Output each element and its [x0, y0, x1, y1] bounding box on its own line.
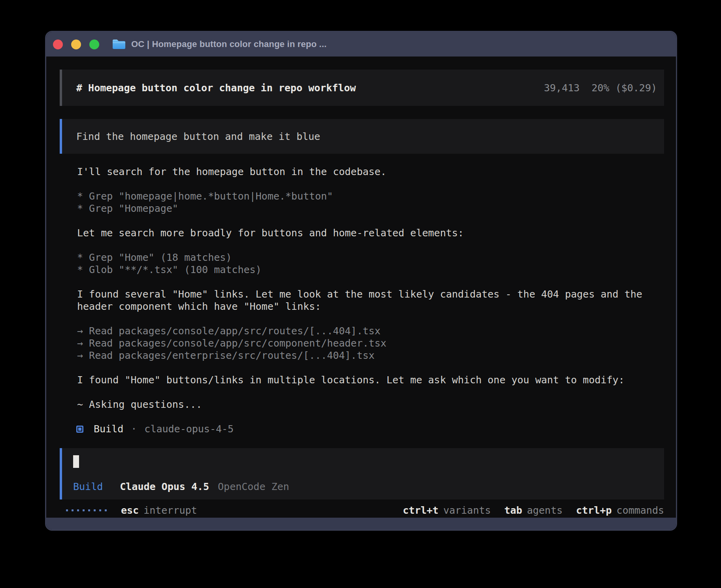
folder-icon: [112, 39, 126, 50]
minimize-button[interactable]: [71, 40, 81, 49]
spinner-dots-icon: [66, 509, 107, 511]
transcript-line: I'll search for the homepage button in t…: [77, 166, 664, 178]
shortcut-label: agents: [527, 504, 562, 516]
shortcut-key: esc: [121, 504, 139, 516]
user-message: Find the homepage button and make it blu…: [60, 119, 664, 154]
shortcut-label: interrupt: [143, 504, 197, 516]
desktop: OC | Homepage button color change in rep…: [0, 0, 721, 588]
window-titlebar[interactable]: OC | Homepage button color change in rep…: [46, 32, 676, 57]
transcript-blank-line: [77, 386, 664, 398]
agent-square-icon: [76, 426, 83, 433]
shortcut-hint: escinterrupt: [121, 504, 197, 516]
transcript-line: ~ Asking questions...: [77, 398, 664, 411]
transcript-blank-line: [77, 313, 664, 325]
transcript-blank-line: [77, 362, 664, 374]
model-row: Build Claude Opus 4.5 OpenCode Zen: [73, 481, 654, 493]
window-title: OC | Homepage button color change in rep…: [131, 39, 327, 49]
shortcut-key: ctrl+p: [576, 504, 612, 516]
shortcut-label: commands: [617, 504, 664, 516]
prompt-input[interactable]: Build Claude Opus 4.5 OpenCode Zen: [60, 448, 664, 499]
transcript-line: * Grep "homepage|home.*button|Home.*butt…: [77, 190, 664, 202]
agent-model: claude-opus-4-5: [144, 423, 234, 435]
terminal-window: OC | Homepage button color change in rep…: [45, 31, 677, 531]
transcript-line: I found "Home" buttons/links in multiple…: [77, 374, 664, 386]
shortcuts-right: ctrl+tvariantstabagentsctrl+pcommands: [403, 504, 664, 516]
user-message-text: Find the homepage button and make it blu…: [76, 130, 320, 143]
transcript-line: I found several "Home" links. Let me loo…: [77, 288, 664, 300]
session-title: # Homepage button color change in repo w…: [76, 82, 356, 94]
agent-status-line: Build · claude-opus-4-5: [60, 423, 664, 435]
transcript-line: * Grep "Homepage": [77, 202, 664, 215]
transcript-blank-line: [77, 215, 664, 227]
input-provider-label: OpenCode Zen: [218, 481, 289, 493]
agent-separator: ·: [131, 423, 137, 435]
transcript-line: * Glob "**/*.tsx" (100 matches): [77, 264, 664, 276]
transcript: I'll search for the homepage button in t…: [60, 166, 664, 423]
transcript-line: → Read packages/console/app/src/componen…: [77, 337, 664, 349]
shortcut-label: variants: [443, 504, 491, 516]
transcript-line: → Read packages/enterprise/src/routes/[.…: [77, 349, 664, 362]
input-agent-label: Build: [73, 481, 103, 493]
shortcut-key: tab: [504, 504, 522, 516]
close-button[interactable]: [53, 40, 63, 49]
transcript-line: Let me search more broadly for buttons a…: [77, 227, 664, 239]
transcript-blank-line: [77, 178, 664, 190]
transcript-blank-line: [77, 276, 664, 288]
terminal-content: # Homepage button color change in repo w…: [46, 57, 676, 518]
input-model-label: Claude Opus 4.5: [120, 481, 209, 493]
shortcuts-left: escinterrupt: [121, 504, 197, 516]
agent-name: Build: [94, 423, 123, 435]
session-header: # Homepage button color change in repo w…: [60, 70, 664, 106]
title-group: OC | Homepage button color change in rep…: [112, 39, 327, 50]
window-bottom-frame: [46, 518, 676, 530]
traffic-lights: [53, 40, 99, 49]
shortcut-hint: ctrl+tvariants: [403, 504, 491, 516]
shortcut-hint: ctrl+pcommands: [576, 504, 664, 516]
zoom-button[interactable]: [89, 40, 99, 49]
status-bar: escinterrupt ctrl+tvariantstabagentsctrl…: [60, 504, 664, 516]
shortcut-key: ctrl+t: [403, 504, 438, 516]
shortcut-hint: tabagents: [504, 504, 562, 516]
transcript-line: → Read packages/console/app/src/routes/[…: [77, 325, 664, 337]
session-stats: 39,413 20% ($0.29): [544, 82, 657, 94]
transcript-line: header component which have "Home" links…: [77, 300, 664, 313]
transcript-blank-line: [77, 239, 664, 251]
transcript-blank-line: [77, 411, 664, 423]
transcript-line: * Grep "Home" (18 matches): [77, 251, 664, 264]
text-cursor: [73, 455, 79, 468]
